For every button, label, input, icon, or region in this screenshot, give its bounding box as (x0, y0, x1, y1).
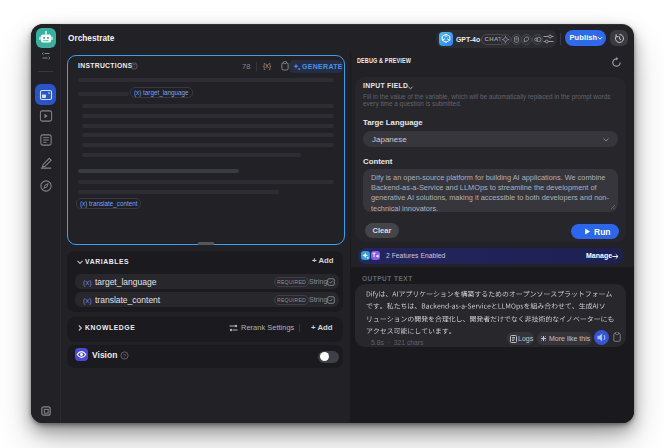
svg-text:?: ? (123, 353, 126, 359)
svg-text:?: ? (133, 64, 136, 69)
